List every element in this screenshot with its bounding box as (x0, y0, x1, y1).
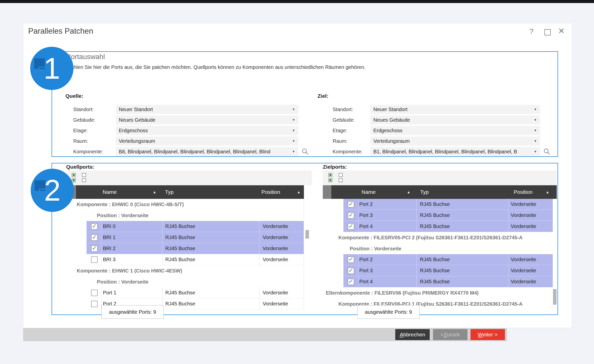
chevron-down-icon[interactable]: ▼ (534, 129, 537, 132)
port-typ: RJ45 Buchse (416, 221, 508, 232)
column-header-position[interactable]: Position (514, 189, 533, 195)
chevron-down-icon[interactable]: ▼ (534, 150, 537, 153)
screen: Paralleles Patchen ? ✕ 1 Portauswahl Wäh… (0, 0, 594, 364)
port-typ: RJ45 Buchse (162, 298, 259, 309)
quellports-selected-count: ausgewählte Ports: 9 (101, 305, 164, 319)
quellports-scrollbar-thumb[interactable] (305, 230, 309, 239)
column-header-typ[interactable]: Typ (420, 189, 429, 195)
row-checkbox[interactable]: ✓ (348, 279, 354, 285)
field-label: Komponente: (333, 147, 370, 156)
row-checkbox[interactable]: ✓ (348, 267, 354, 274)
port-row[interactable]: ✓Port 2RJ45 BuchseVorderseite (323, 199, 553, 210)
port-row[interactable]: ✓Port 2RJ45 BuchseVorderseite (323, 254, 553, 265)
row-checkbox[interactable]: ✓ (348, 223, 354, 230)
dropdown-field[interactable]: Verteilungsraum▼ (370, 136, 540, 146)
sort-asc-icon[interactable]: ▲ (546, 190, 549, 194)
port-row[interactable]: ✓BRI 0RJ45 BuchseVorderseite (67, 221, 304, 232)
dropdown-field[interactable]: Erdgeschoss▼ (116, 126, 298, 135)
group-row[interactable]: Position : Vorderseite (67, 210, 304, 221)
column-header-name[interactable]: Name (362, 189, 376, 195)
dropdown-value: Verteilungsraum (119, 138, 155, 144)
port-row[interactable]: ✓BRI 1RJ45 BuchseVorderseite (67, 232, 304, 243)
port-row[interactable]: ✓Port 3RJ45 BuchseVorderseite (323, 265, 553, 276)
dropdown-field[interactable]: Neuer Standort▼ (370, 105, 540, 114)
row-checkbox[interactable]: ✓ (348, 201, 354, 208)
select-all-icon[interactable] (328, 173, 332, 182)
row-checkbox[interactable]: ✓ (348, 212, 354, 219)
group-row[interactable]: Position : Vorderseite (323, 243, 553, 254)
group-row[interactable]: Komponente : EHWIC 0 (Cisco HWIC-4B-S/T) (67, 199, 304, 210)
sort-asc-icon[interactable]: ▲ (407, 190, 410, 194)
chevron-down-icon[interactable]: ▼ (292, 150, 295, 153)
port-row[interactable]: BRI 3RJ45 BuchseVorderseite (67, 254, 304, 265)
chevron-down-icon[interactable]: ▼ (292, 139, 295, 143)
port-row[interactable]: ✓BRI 2RJ45 BuchseVorderseite (67, 243, 304, 254)
port-typ: RJ45 Buchse (416, 199, 508, 210)
row-checkbox[interactable]: ✓ (91, 234, 98, 241)
zielports-label: Zielports: (323, 164, 347, 170)
chevron-down-icon[interactable]: ▼ (292, 118, 295, 122)
port-position: Vorderseite (508, 210, 553, 221)
group-row[interactable]: Position : Vorderseite (67, 276, 304, 287)
row-checkbox[interactable]: ✓ (91, 223, 98, 230)
quellports-rows: Komponente : EHWIC 0 (Cisco HWIC-4B-S/T)… (67, 199, 304, 309)
sort-asc-icon[interactable]: ▲ (153, 190, 156, 194)
row-checkbox[interactable] (91, 301, 98, 307)
step-number: 2 (31, 169, 74, 212)
chevron-down-icon[interactable]: ▼ (534, 118, 537, 122)
port-name: Port 2 (359, 199, 416, 210)
port-row[interactable]: Port 1RJ45 BuchseVorderseite (67, 287, 304, 298)
sort-asc-icon[interactable]: ▲ (297, 190, 300, 194)
back-button[interactable]: < Zurück (433, 329, 467, 340)
deselect-all-icon[interactable] (82, 173, 86, 182)
column-header-typ[interactable]: Typ (165, 189, 174, 195)
field-label: Etage: (73, 126, 116, 135)
port-position: Vorderseite (259, 298, 304, 309)
port-row[interactable]: ✓Port 4RJ45 BuchseVorderseite (323, 276, 553, 287)
search-icon[interactable] (301, 147, 309, 156)
dropdown-value: Verteilungsraum (373, 138, 410, 144)
column-header-position[interactable]: Position (261, 189, 280, 195)
zielports-rows: ✓Port 2RJ45 BuchseVorderseite✓Port 3RJ45… (323, 199, 553, 309)
dropdown-field[interactable]: B8, Blindpanel, Blindpanel, Blindpanel, … (116, 147, 298, 156)
help-icon[interactable]: ? (529, 27, 534, 36)
group-label: Komponente : FILESRV06-PCI 1 (Fujitsu S2… (323, 301, 523, 307)
chevron-down-icon[interactable]: ▼ (534, 108, 537, 111)
port-name: BRI 2 (101, 243, 162, 254)
row-checkbox[interactable]: ✓ (348, 256, 354, 263)
close-icon[interactable]: ✕ (558, 26, 565, 36)
port-position: Vorderseite (508, 221, 553, 232)
group-row[interactable]: Komponente : FILESRV05-PCI 2 (Fujitsu S2… (323, 232, 553, 243)
dropdown-field[interactable]: Erdgeschoss▼ (370, 126, 540, 135)
dropdown-field[interactable]: Neuer Standort▼ (116, 105, 298, 114)
dropdown-field[interactable]: B1, Blindpanel, Blindpanel, Blindpanel, … (370, 147, 540, 156)
dropdown-field[interactable]: Verteilungsraum▼ (116, 136, 298, 146)
port-name: Port 3 (359, 265, 416, 276)
column-header-name[interactable]: Name (103, 189, 117, 195)
port-name: Port 1 (101, 287, 162, 298)
dropdown-value: B1, Blindpanel, Blindpanel, Blindpanel, … (373, 149, 517, 155)
search-icon[interactable] (543, 147, 551, 156)
group-row[interactable]: Komponente : EHWIC 1 (Cisco HWIC-4ESW) (67, 265, 304, 276)
port-typ: RJ45 Buchse (416, 276, 508, 287)
port-typ: RJ45 Buchse (162, 287, 259, 298)
maximize-icon[interactable] (544, 29, 551, 35)
zielports-scrollbar-thumb[interactable] (553, 289, 557, 305)
dropdown-field[interactable]: Neues Gebäude▼ (116, 115, 298, 124)
group-row[interactable]: Elternkomponente : FILESRV06 (Fujitsu PR… (323, 287, 553, 298)
row-checkbox[interactable]: ✓ (91, 245, 98, 252)
deselect-all-icon[interactable] (339, 173, 343, 182)
dropdown-field[interactable]: Neues Gebäude▼ (370, 115, 540, 124)
port-typ: RJ45 Buchse (162, 232, 259, 243)
chevron-down-icon[interactable]: ▼ (534, 139, 537, 143)
port-row[interactable]: ✓Port 4RJ45 BuchseVorderseite (323, 221, 553, 232)
row-checkbox[interactable] (91, 256, 98, 263)
row-checkbox[interactable] (91, 290, 98, 296)
port-position: Vorderseite (259, 221, 304, 232)
next-button[interactable]: Weiter > (470, 329, 505, 340)
chevron-down-icon[interactable]: ▼ (292, 129, 295, 132)
port-typ: RJ45 Buchse (162, 243, 259, 254)
port-row[interactable]: ✓Port 3RJ45 BuchseVorderseite (323, 210, 553, 221)
cancel-button[interactable]: Abbrechen (395, 329, 430, 340)
chevron-down-icon[interactable]: ▼ (292, 108, 295, 111)
